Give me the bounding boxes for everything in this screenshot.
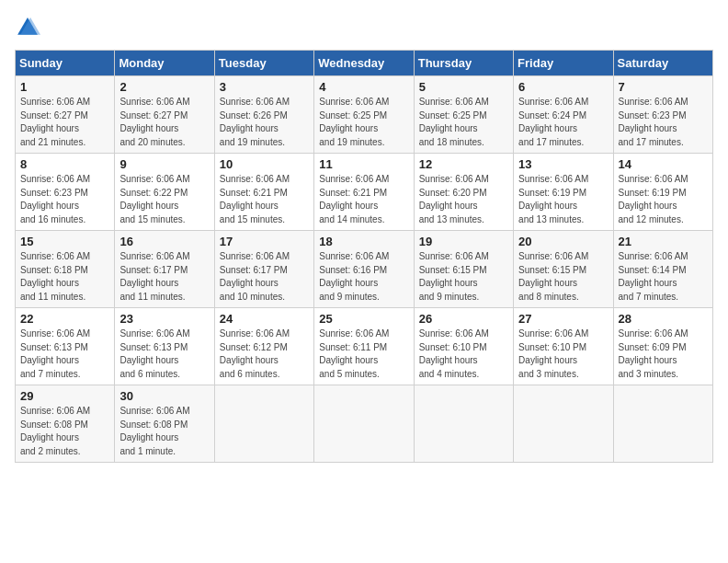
cell-info: Sunrise: 6:06 AMSunset: 6:08 PMDaylight …: [119, 406, 189, 456]
cell-info: Sunrise: 6:06 AMSunset: 6:11 PMDaylight …: [319, 328, 389, 379]
cell-info: Sunrise: 6:06 AMSunset: 6:15 PMDaylight …: [419, 251, 489, 302]
cell-info: Sunrise: 6:06 AMSunset: 6:09 PMDaylight …: [619, 328, 688, 379]
logo-icon: [15, 15, 40, 40]
cell-info: Sunrise: 6:06 AMSunset: 6:10 PMDaylight …: [419, 328, 489, 379]
calendar-cell: 17 Sunrise: 6:06 AMSunset: 6:17 PMDaylig…: [214, 231, 313, 308]
day-number: 25: [319, 312, 408, 326]
day-number: 29: [20, 389, 109, 403]
day-number: 11: [319, 157, 408, 171]
day-number: 7: [619, 80, 708, 94]
calendar-cell: 23 Sunrise: 6:06 AMSunset: 6:13 PMDaylig…: [115, 308, 214, 385]
day-number: 15: [20, 235, 109, 248]
calendar-week-row: 15 Sunrise: 6:06 AMSunset: 6:18 PMDaylig…: [16, 231, 713, 308]
cell-info: Sunrise: 6:06 AMSunset: 6:21 PMDaylight …: [220, 174, 290, 224]
calendar-table: Sunday Monday Tuesday Wednesday Thursday…: [15, 50, 713, 463]
calendar-cell: 29 Sunrise: 6:06 AMSunset: 6:08 PMDaylig…: [16, 385, 115, 463]
day-number: 6: [518, 80, 608, 94]
day-number: 26: [419, 312, 508, 326]
calendar-cell: [613, 385, 712, 463]
day-number: 24: [220, 312, 309, 326]
calendar-cell: 15 Sunrise: 6:06 AMSunset: 6:18 PMDaylig…: [16, 231, 115, 308]
cell-info: Sunrise: 6:06 AMSunset: 6:23 PMDaylight …: [20, 174, 90, 224]
calendar-week-row: 22 Sunrise: 6:06 AMSunset: 6:13 PMDaylig…: [16, 308, 713, 385]
cell-info: Sunrise: 6:06 AMSunset: 6:18 PMDaylight …: [20, 251, 90, 302]
calendar-cell: 25 Sunrise: 6:06 AMSunset: 6:11 PMDaylig…: [314, 308, 414, 385]
calendar-cell: 1 Sunrise: 6:06 AMSunset: 6:27 PMDayligh…: [16, 76, 115, 154]
calendar-week-row: 29 Sunrise: 6:06 AMSunset: 6:08 PMDaylig…: [16, 385, 713, 463]
day-number: 14: [619, 157, 708, 171]
calendar-cell: 13 Sunrise: 6:06 AMSunset: 6:19 PMDaylig…: [514, 154, 613, 231]
cell-info: Sunrise: 6:06 AMSunset: 6:13 PMDaylight …: [20, 328, 90, 379]
cell-info: Sunrise: 6:06 AMSunset: 6:16 PMDaylight …: [319, 251, 389, 302]
day-number: 21: [619, 235, 708, 248]
calendar-cell: 19 Sunrise: 6:06 AMSunset: 6:15 PMDaylig…: [414, 231, 513, 308]
calendar-cell: 16 Sunrise: 6:06 AMSunset: 6:17 PMDaylig…: [115, 231, 214, 308]
calendar-cell: 4 Sunrise: 6:06 AMSunset: 6:25 PMDayligh…: [314, 76, 414, 154]
calendar-cell: [414, 385, 513, 463]
calendar-cell: 8 Sunrise: 6:06 AMSunset: 6:23 PMDayligh…: [16, 154, 115, 231]
calendar-cell: 2 Sunrise: 6:06 AMSunset: 6:27 PMDayligh…: [115, 76, 214, 154]
header: [15, 15, 713, 40]
day-number: 12: [419, 157, 508, 171]
day-number: 23: [119, 312, 209, 326]
calendar-week-row: 8 Sunrise: 6:06 AMSunset: 6:23 PMDayligh…: [16, 154, 713, 231]
cell-info: Sunrise: 6:06 AMSunset: 6:25 PMDaylight …: [319, 97, 389, 147]
day-number: 19: [419, 235, 508, 248]
day-number: 18: [319, 235, 408, 248]
calendar-cell: [214, 385, 313, 463]
cell-info: Sunrise: 6:06 AMSunset: 6:26 PMDaylight …: [220, 97, 290, 147]
cell-info: Sunrise: 6:06 AMSunset: 6:17 PMDaylight …: [119, 251, 189, 302]
day-number: 3: [220, 80, 309, 94]
calendar-cell: 26 Sunrise: 6:06 AMSunset: 6:10 PMDaylig…: [414, 308, 513, 385]
day-number: 22: [20, 312, 109, 326]
calendar-cell: 9 Sunrise: 6:06 AMSunset: 6:22 PMDayligh…: [115, 154, 214, 231]
cell-info: Sunrise: 6:06 AMSunset: 6:25 PMDaylight …: [419, 97, 489, 147]
calendar-cell: 21 Sunrise: 6:06 AMSunset: 6:14 PMDaylig…: [613, 231, 712, 308]
cell-info: Sunrise: 6:06 AMSunset: 6:10 PMDaylight …: [518, 328, 588, 379]
cell-info: Sunrise: 6:06 AMSunset: 6:24 PMDaylight …: [518, 97, 588, 147]
cell-info: Sunrise: 6:06 AMSunset: 6:23 PMDaylight …: [619, 97, 688, 147]
cell-info: Sunrise: 6:06 AMSunset: 6:27 PMDaylight …: [119, 97, 189, 147]
calendar-header-row: Sunday Monday Tuesday Wednesday Thursday…: [16, 51, 713, 76]
calendar-cell: 27 Sunrise: 6:06 AMSunset: 6:10 PMDaylig…: [514, 308, 613, 385]
day-number: 5: [419, 80, 508, 94]
day-number: 16: [119, 235, 209, 248]
day-number: 27: [518, 312, 608, 326]
day-number: 20: [518, 235, 608, 248]
calendar-cell: 24 Sunrise: 6:06 AMSunset: 6:12 PMDaylig…: [214, 308, 313, 385]
header-friday: Friday: [514, 51, 613, 76]
day-number: 28: [619, 312, 708, 326]
day-number: 8: [20, 157, 109, 171]
calendar-cell: 10 Sunrise: 6:06 AMSunset: 6:21 PMDaylig…: [214, 154, 313, 231]
calendar-cell: [514, 385, 613, 463]
cell-info: Sunrise: 6:06 AMSunset: 6:19 PMDaylight …: [518, 174, 588, 224]
calendar-cell: 14 Sunrise: 6:06 AMSunset: 6:19 PMDaylig…: [613, 154, 712, 231]
day-number: 17: [220, 235, 309, 248]
cell-info: Sunrise: 6:06 AMSunset: 6:13 PMDaylight …: [119, 328, 189, 379]
calendar-cell: 11 Sunrise: 6:06 AMSunset: 6:21 PMDaylig…: [314, 154, 414, 231]
cell-info: Sunrise: 6:06 AMSunset: 6:20 PMDaylight …: [419, 174, 489, 224]
day-number: 2: [119, 80, 209, 94]
calendar-cell: 18 Sunrise: 6:06 AMSunset: 6:16 PMDaylig…: [314, 231, 414, 308]
calendar-cell: 5 Sunrise: 6:06 AMSunset: 6:25 PMDayligh…: [414, 76, 513, 154]
logo: [15, 15, 44, 40]
cell-info: Sunrise: 6:06 AMSunset: 6:14 PMDaylight …: [619, 251, 688, 302]
day-number: 10: [220, 157, 309, 171]
day-number: 13: [518, 157, 608, 171]
day-number: 1: [20, 80, 109, 94]
cell-info: Sunrise: 6:06 AMSunset: 6:08 PMDaylight …: [20, 406, 90, 456]
calendar-cell: 20 Sunrise: 6:06 AMSunset: 6:15 PMDaylig…: [514, 231, 613, 308]
header-tuesday: Tuesday: [214, 51, 313, 76]
calendar-cell: 6 Sunrise: 6:06 AMSunset: 6:24 PMDayligh…: [514, 76, 613, 154]
cell-info: Sunrise: 6:06 AMSunset: 6:21 PMDaylight …: [319, 174, 389, 224]
calendar-cell: 3 Sunrise: 6:06 AMSunset: 6:26 PMDayligh…: [214, 76, 313, 154]
cell-info: Sunrise: 6:06 AMSunset: 6:27 PMDaylight …: [20, 97, 90, 147]
cell-info: Sunrise: 6:06 AMSunset: 6:15 PMDaylight …: [518, 251, 588, 302]
cell-info: Sunrise: 6:06 AMSunset: 6:22 PMDaylight …: [119, 174, 189, 224]
header-sunday: Sunday: [16, 51, 115, 76]
header-saturday: Saturday: [613, 51, 712, 76]
day-number: 30: [119, 389, 209, 403]
calendar-cell: 28 Sunrise: 6:06 AMSunset: 6:09 PMDaylig…: [613, 308, 712, 385]
day-number: 9: [119, 157, 209, 171]
calendar-cell: [314, 385, 414, 463]
